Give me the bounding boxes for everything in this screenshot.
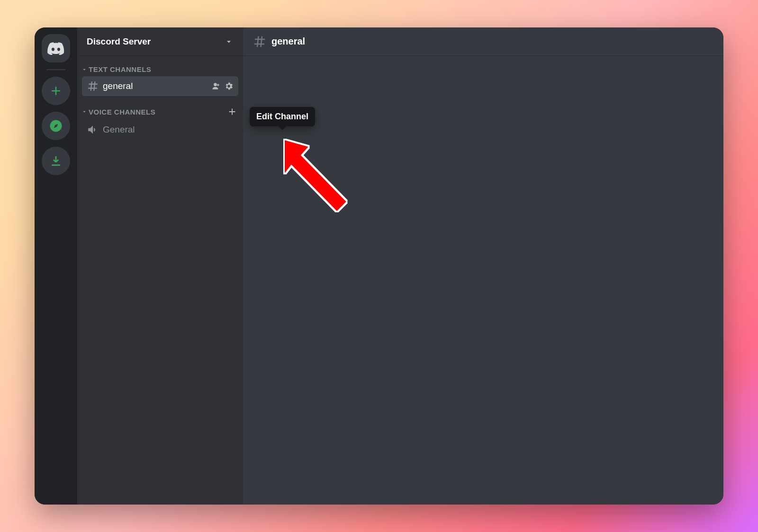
hash-icon <box>253 35 267 49</box>
download-icon <box>49 154 63 168</box>
chat-channel-name: general <box>271 36 305 47</box>
rail-divider <box>46 69 65 70</box>
explore-button[interactable] <box>42 112 70 140</box>
download-button[interactable] <box>42 147 70 175</box>
app-window: Discord Server TEXT CHANNELS general <box>35 27 723 505</box>
chat-area: general <box>243 27 723 505</box>
chat-header: general <box>243 27 723 56</box>
channel-sidebar: Discord Server TEXT CHANNELS general <box>77 27 243 505</box>
channel-list: TEXT CHANNELS general VOICE CHANNELS <box>77 56 243 150</box>
discord-logo-icon <box>47 42 64 55</box>
server-name: Discord Server <box>87 36 151 47</box>
chevron-down-icon <box>81 108 88 115</box>
tooltip-text: Edit Channel <box>256 112 308 121</box>
text-channels-category[interactable]: TEXT CHANNELS <box>77 64 243 74</box>
category-label: TEXT CHANNELS <box>89 65 151 73</box>
compass-icon <box>49 119 63 133</box>
channel-item-general[interactable]: general <box>82 76 238 96</box>
channel-label: General <box>103 124 234 135</box>
hash-icon <box>87 80 99 92</box>
add-server-button[interactable] <box>42 77 70 105</box>
voice-channel-item-general[interactable]: General <box>82 120 238 140</box>
server-header[interactable]: Discord Server <box>77 27 243 56</box>
gear-icon[interactable] <box>224 81 234 91</box>
plus-icon <box>49 84 63 98</box>
chevron-down-icon <box>224 37 234 46</box>
channel-label: general <box>103 81 208 91</box>
invite-user-icon[interactable] <box>212 81 221 91</box>
chevron-down-icon <box>81 66 88 73</box>
voice-channels-category[interactable]: VOICE CHANNELS <box>77 106 243 118</box>
server-rail <box>35 27 77 505</box>
speaker-icon <box>87 124 99 136</box>
category-label: VOICE CHANNELS <box>89 108 155 116</box>
add-channel-button[interactable] <box>227 106 237 117</box>
home-button[interactable] <box>42 34 70 62</box>
edit-channel-tooltip: Edit Channel <box>250 107 315 126</box>
